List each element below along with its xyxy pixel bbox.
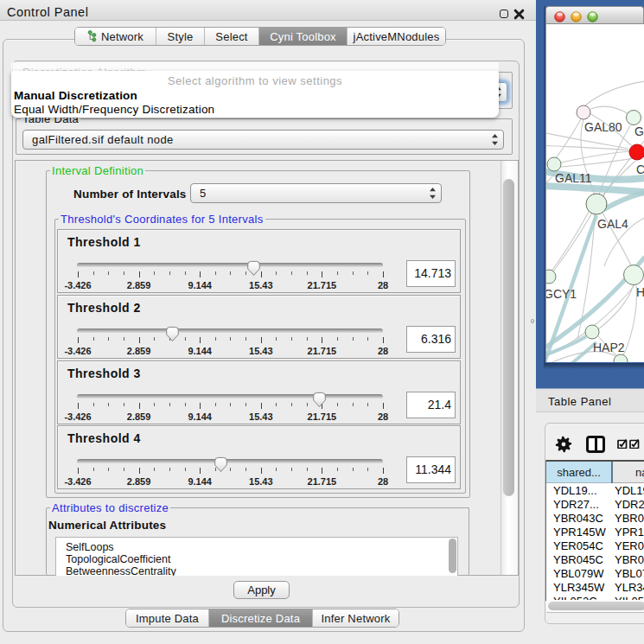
svg-text:GAL4: GAL4 [597, 217, 628, 231]
svg-text:GA: GA [634, 124, 644, 138]
svg-text:GAL11: GAL11 [555, 171, 592, 185]
svg-text:C1: C1 [636, 163, 644, 176]
svg-text:HAP2: HAP2 [593, 341, 625, 354]
svg-text:GAL80: GAL80 [584, 120, 622, 134]
svg-text:GCY1: GCY1 [546, 287, 577, 301]
svg-text:HI: HI [636, 285, 644, 299]
